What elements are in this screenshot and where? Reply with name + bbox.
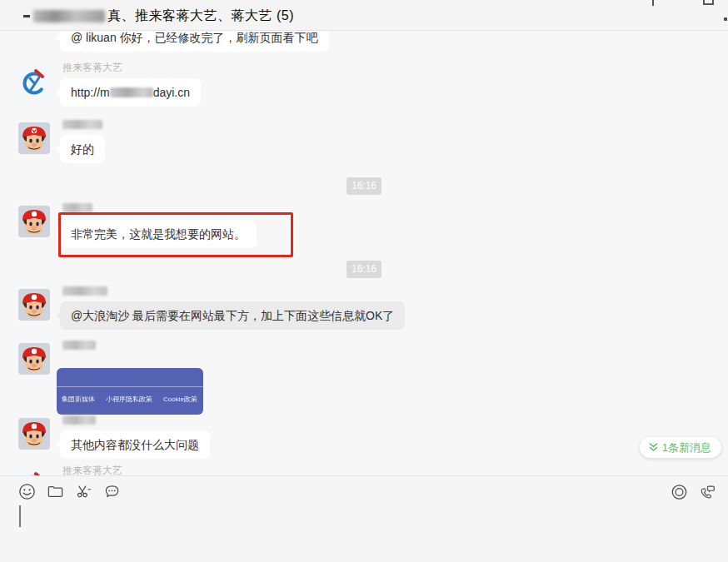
timestamp-badge: 16:16 bbox=[347, 261, 381, 278]
sender-name-redacted bbox=[62, 201, 728, 213]
name-redacted-blur bbox=[62, 341, 96, 350]
sender-name-redacted bbox=[62, 285, 728, 296]
avatar-mario[interactable] bbox=[18, 289, 50, 321]
double-chevron-down-icon bbox=[648, 442, 659, 453]
avatar-tuilaike-logo[interactable] bbox=[18, 66, 50, 97]
sender-name-redacted bbox=[62, 414, 728, 425]
title-redacted-blur bbox=[33, 10, 105, 22]
title-redacted-tick bbox=[23, 15, 30, 17]
text-caret bbox=[19, 505, 21, 527]
new-message-pill[interactable]: 1条新消息 bbox=[640, 437, 721, 458]
sender-name: 推来客蒋大艺 bbox=[62, 465, 728, 475]
voice-record-icon[interactable] bbox=[671, 483, 688, 500]
message-bubble[interactable]: 非常完美，这就是我想要的网站。 bbox=[60, 220, 257, 248]
footer-link: 集团新媒体 bbox=[62, 395, 95, 404]
avatar-mario[interactable] bbox=[18, 343, 50, 375]
new-message-pill-label: 1条新消息 bbox=[662, 440, 711, 455]
sender-name-redacted bbox=[62, 118, 728, 130]
input-toolbar bbox=[0, 483, 728, 503]
message-row: 推来客蒋大艺 http://mdayi.cn bbox=[0, 62, 728, 107]
url-prefix: http://m bbox=[71, 86, 110, 99]
name-redacted-blur bbox=[62, 203, 92, 212]
footer-links-blurred: 集团新媒体 小程序隐私政策 Cookie政策 联系 bbox=[62, 395, 203, 404]
toolbar-right-group bbox=[671, 483, 716, 500]
footer-divider-line bbox=[57, 386, 203, 387]
avatar-mario[interactable] bbox=[18, 418, 50, 450]
video-call-icon[interactable] bbox=[699, 483, 716, 500]
chat-title: 真、推来客蒋大艺、蒋大艺 (5) bbox=[23, 7, 294, 25]
screenshot-scissors-icon[interactable] bbox=[75, 483, 92, 500]
message-row: @大浪淘沙 最后需要在网站最下方，加上下面这些信息就OK了 bbox=[0, 285, 728, 330]
message-row: @ likuan 你好，已经修改完了，刷新页面看下吧 bbox=[0, 31, 728, 52]
footer-link: 小程序隐私政策 bbox=[106, 395, 152, 404]
timestamp-badge: 16:16 bbox=[347, 177, 381, 195]
message-row: 其他内容都没什么大问题 bbox=[0, 414, 728, 459]
message-bubble[interactable]: 其他内容都没什么大问题 bbox=[60, 430, 210, 459]
message-bubble-mention[interactable]: @大浪淘沙 最后需要在网站最下方，加上下面这些信息就OK了 bbox=[60, 301, 405, 330]
chat-header: 真、推来客蒋大艺、蒋大艺 (5) bbox=[0, 0, 728, 31]
message-row: 好的 bbox=[0, 118, 728, 163]
wechat-chat-window: 真、推来客蒋大艺、蒋大艺 (5) @ likuan 你好，已经修改完了，刷新页面… bbox=[0, 0, 728, 562]
url-suffix: dayi.cn bbox=[153, 86, 190, 99]
url-redacted-blur bbox=[110, 87, 153, 97]
toolbar-left-group bbox=[18, 483, 121, 500]
name-redacted-blur bbox=[62, 286, 107, 296]
message-scroll-area[interactable]: @ likuan 你好，已经修改完了，刷新页面看下吧 推来客蒋大艺 http:/… bbox=[0, 31, 728, 475]
message-row: 推来客蒋大艺 bbox=[0, 465, 728, 475]
footer-link: Cookie政策 bbox=[163, 395, 197, 404]
chat-title-text: 真、推来客蒋大艺、蒋大艺 (5) bbox=[107, 7, 294, 25]
input-panel bbox=[0, 475, 728, 562]
avatar-tuilaike-logo[interactable] bbox=[18, 469, 50, 475]
message-input[interactable] bbox=[18, 505, 711, 555]
message-bubble-url[interactable]: http://mdayi.cn bbox=[60, 78, 201, 107]
image-message-website-footer[interactable]: 集团新媒体 小程序隐私政策 Cookie政策 联系 bbox=[57, 368, 203, 415]
sender-name-redacted bbox=[62, 339, 728, 351]
message-row: 集团新媒体 小程序隐私政策 Cookie政策 联系 bbox=[0, 339, 728, 415]
message-row: 非常完美，这就是我想要的网站。 bbox=[0, 201, 728, 248]
emoji-icon[interactable] bbox=[18, 483, 36, 500]
avatar-mario[interactable] bbox=[18, 206, 50, 237]
avatar-mario[interactable] bbox=[18, 122, 50, 154]
folder-icon[interactable] bbox=[47, 483, 64, 500]
maximize-icon[interactable] bbox=[703, 0, 714, 5]
chat-history-icon[interactable] bbox=[103, 483, 121, 500]
pin-icon[interactable] bbox=[647, 0, 660, 6]
sender-name: 推来客蒋大艺 bbox=[62, 62, 728, 73]
message-bubble[interactable]: 好的 bbox=[60, 135, 105, 163]
name-redacted-blur bbox=[62, 415, 96, 425]
name-redacted-blur bbox=[62, 120, 102, 129]
window-edge-dot bbox=[724, 17, 727, 21]
message-bubble[interactable]: @ likuan 你好，已经修改完了，刷新页面看下吧 bbox=[60, 31, 329, 52]
